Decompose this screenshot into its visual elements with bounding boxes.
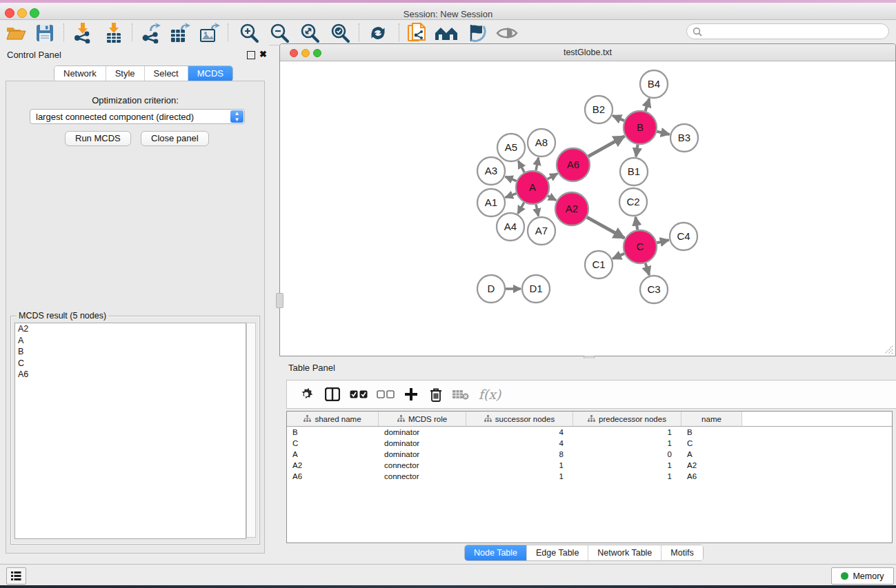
- table-settings-icon[interactable]: [295, 383, 317, 405]
- export-image-icon[interactable]: [197, 22, 223, 44]
- new-network-icon[interactable]: [404, 22, 430, 44]
- apply-layout-icon[interactable]: [365, 22, 391, 44]
- splitter-grip[interactable]: [276, 293, 283, 308]
- cell-predecessor-nodes[interactable]: 1: [573, 438, 681, 449]
- edge-C-C3[interactable]: [646, 263, 650, 275]
- result-item[interactable]: A2: [15, 323, 246, 335]
- result-item[interactable]: A6: [15, 369, 246, 381]
- import-table-icon[interactable]: [101, 22, 127, 44]
- cell-shared-name[interactable]: B: [287, 427, 379, 438]
- edge-A-A5[interactable]: [518, 161, 524, 172]
- result-item[interactable]: C: [15, 358, 246, 369]
- table-row[interactable]: Bdominator41B: [287, 427, 892, 438]
- column-header-successor-nodes[interactable]: successor nodes: [466, 412, 573, 426]
- open-session-icon[interactable]: [3, 22, 29, 44]
- show-details-icon[interactable]: [494, 22, 520, 44]
- edge-A-A8[interactable]: [536, 158, 539, 171]
- zoom-selected-icon[interactable]: [327, 22, 353, 44]
- delete-row-icon[interactable]: [425, 383, 447, 405]
- cell-successor-nodes[interactable]: 8: [466, 449, 573, 460]
- criterion-select[interactable]: largest connected component (directed) ▲…: [30, 109, 245, 124]
- zoom-fit-icon[interactable]: [297, 22, 323, 44]
- function-builder-icon[interactable]: f(x): [475, 383, 505, 405]
- edge-B-B2[interactable]: [613, 116, 624, 121]
- network-canvas[interactable]: B4B2BB3A5A8A6A3B1AA1C2A2A4A7C4CC1C3DD1: [280, 61, 894, 355]
- table-row[interactable]: Adominator80A: [287, 449, 892, 460]
- edge-A6-B[interactable]: [588, 136, 624, 156]
- task-history-button[interactable]: [6, 567, 26, 585]
- deselect-all-icon[interactable]: [375, 383, 397, 405]
- select-all-icon[interactable]: [348, 383, 370, 405]
- show-all-icon[interactable]: [433, 22, 459, 44]
- column-header-shared-name[interactable]: shared name: [287, 412, 379, 426]
- zoom-in-icon[interactable]: [236, 22, 262, 44]
- cell-name[interactable]: B: [681, 427, 742, 438]
- cell-name[interactable]: A2: [681, 460, 742, 471]
- cell-MCDS-role[interactable]: dominator: [379, 438, 466, 449]
- cell-shared-name[interactable]: C: [287, 438, 379, 449]
- table-row[interactable]: Cdominator41C: [287, 438, 892, 449]
- edge-A-A2[interactable]: [548, 196, 556, 201]
- edge-A2-C[interactable]: [587, 217, 624, 238]
- cell-MCDS-role[interactable]: connector: [379, 460, 466, 471]
- save-session-icon[interactable]: [32, 22, 58, 44]
- memory-button[interactable]: Memory: [831, 567, 894, 585]
- edge-A-A7[interactable]: [536, 204, 539, 216]
- edge-B-B4[interactable]: [646, 99, 650, 111]
- cell-name[interactable]: A: [681, 449, 742, 460]
- tab-node-table[interactable]: Node Table: [465, 545, 527, 560]
- cell-name[interactable]: A6: [681, 471, 742, 482]
- cell-successor-nodes[interactable]: 1: [466, 471, 573, 482]
- close-panel-button[interactable]: Close panel: [141, 131, 209, 146]
- cell-MCDS-role[interactable]: dominator: [379, 449, 466, 460]
- tab-network-table[interactable]: Network Table: [588, 545, 661, 560]
- zoom-out-icon[interactable]: [266, 22, 292, 44]
- tab-style[interactable]: Style: [106, 66, 145, 81]
- cell-successor-nodes[interactable]: 4: [466, 438, 573, 449]
- run-mcds-button[interactable]: Run MCDS: [65, 131, 131, 146]
- column-header-name[interactable]: name: [681, 412, 742, 426]
- tab-motifs[interactable]: Motifs: [661, 545, 702, 560]
- resize-grip-icon[interactable]: [882, 343, 893, 354]
- import-network-icon[interactable]: [70, 22, 96, 44]
- table-row[interactable]: A2connector11A2: [287, 460, 892, 471]
- edge-A-A4[interactable]: [518, 203, 524, 214]
- edge-A-A3[interactable]: [505, 176, 516, 181]
- delete-table-icon[interactable]: [450, 383, 472, 405]
- tab-mcds[interactable]: MCDS: [188, 66, 232, 81]
- close-panel-icon[interactable]: ✖: [259, 51, 267, 58]
- cell-successor-nodes[interactable]: 4: [466, 427, 573, 438]
- tab-network[interactable]: Network: [54, 66, 106, 81]
- export-table-icon[interactable]: [167, 22, 193, 44]
- column-header-MCDS-role[interactable]: MCDS role: [379, 412, 466, 426]
- cell-name[interactable]: C: [681, 438, 742, 449]
- search-input[interactable]: [686, 23, 889, 39]
- cell-predecessor-nodes[interactable]: 1: [573, 471, 681, 482]
- tab-select[interactable]: Select: [145, 66, 188, 81]
- result-list-scrollbar[interactable]: [246, 323, 256, 538]
- network-window-titlebar[interactable]: testGlobe.txt: [280, 44, 895, 61]
- edge-A-A1[interactable]: [506, 194, 517, 198]
- cell-successor-nodes[interactable]: 1: [466, 460, 573, 471]
- cell-predecessor-nodes[interactable]: 1: [573, 427, 681, 438]
- cell-MCDS-role[interactable]: dominator: [379, 427, 466, 438]
- edge-B-B1[interactable]: [636, 145, 637, 156]
- edge-B-B3[interactable]: [657, 132, 669, 134]
- tab-edge-table[interactable]: Edge Table: [527, 545, 588, 560]
- result-item[interactable]: A: [15, 335, 246, 347]
- table-row[interactable]: A6connector11A6: [287, 471, 892, 482]
- result-item[interactable]: B: [15, 346, 246, 358]
- edge-C-C1[interactable]: [613, 254, 624, 258]
- cell-shared-name[interactable]: A6: [287, 471, 379, 482]
- cell-predecessor-nodes[interactable]: 1: [573, 460, 681, 471]
- cell-predecessor-nodes[interactable]: 0: [573, 449, 681, 460]
- add-row-icon[interactable]: [400, 383, 422, 405]
- cell-MCDS-role[interactable]: connector: [379, 471, 466, 482]
- show-columns-icon[interactable]: [321, 383, 344, 405]
- export-network-icon[interactable]: [137, 22, 163, 44]
- edge-C-C4[interactable]: [657, 240, 668, 243]
- edge-C-C2[interactable]: [635, 217, 637, 230]
- cell-shared-name[interactable]: A: [287, 449, 379, 460]
- cell-shared-name[interactable]: A2: [287, 460, 379, 471]
- float-panel-icon[interactable]: [247, 51, 255, 59]
